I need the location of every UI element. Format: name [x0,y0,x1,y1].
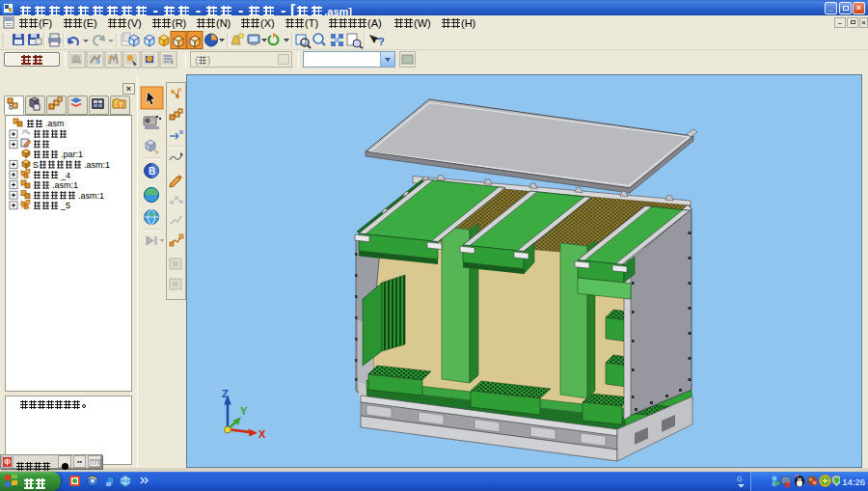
svg-text:X: X [258,428,266,440]
svg-text:?: ? [378,36,385,47]
svg-text:.asm:1: .asm:1 [52,180,78,190]
svg-text:_5: _5 [60,201,70,210]
svg-text:.asm:1: .asm:1 [84,160,110,170]
svg-text:Y: Y [240,405,248,417]
svg-text:_4: _4 [60,171,70,180]
svg-text:Z: Z [222,388,229,399]
svg-text:?: ? [119,101,122,108]
svg-text:.asm:1: .asm:1 [78,191,104,201]
svg-text:G: G [737,476,742,482]
svg-text:S: S [33,160,39,170]
svg-text:B: B [149,166,155,177]
svg-text:.asm: .asm [45,119,65,128]
svg-text:.par:1: .par:1 [61,150,83,159]
